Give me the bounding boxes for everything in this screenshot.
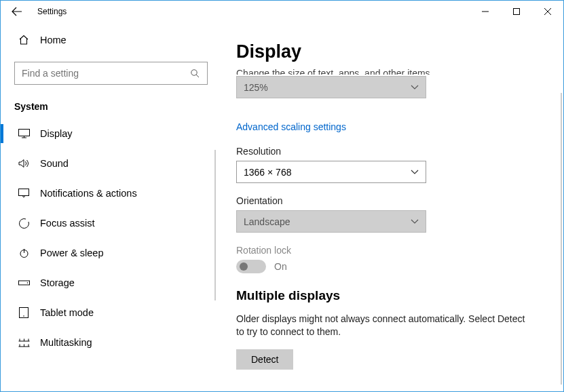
sidebar-item-label: Focus assist xyxy=(40,218,95,229)
home-label: Home xyxy=(40,35,67,45)
toggle-state: On xyxy=(274,261,287,272)
sidebar-item-label: Display xyxy=(40,128,73,139)
search-box[interactable] xyxy=(14,62,208,85)
content-scrollbar[interactable] xyxy=(561,93,562,385)
back-arrow-icon xyxy=(12,6,22,17)
rotation-lock-label: Rotation lock xyxy=(236,245,543,256)
svg-rect-2 xyxy=(18,130,29,136)
truncated-section-label: Change the size of text, apps, and other… xyxy=(236,69,543,75)
orientation-value: Landscape xyxy=(244,216,290,227)
sidebar-item-display[interactable]: Display xyxy=(1,119,221,149)
power-icon xyxy=(14,248,33,258)
chevron-down-icon xyxy=(411,85,419,90)
window-controls xyxy=(470,1,563,22)
page-title: Display xyxy=(236,41,543,62)
sound-icon xyxy=(14,159,33,168)
sidebar-item-tablet-mode[interactable]: Tablet mode xyxy=(1,298,221,328)
search-icon xyxy=(190,68,200,79)
sidebar-item-notifications[interactable]: Notifications & actions xyxy=(1,178,221,208)
display-icon xyxy=(14,129,33,138)
sidebar-item-focus-assist[interactable]: Focus assist xyxy=(1,208,221,238)
sidebar-item-sound[interactable]: Sound xyxy=(1,149,221,178)
maximize-icon xyxy=(513,8,520,15)
orientation-dropdown[interactable]: Landscape xyxy=(236,210,426,233)
toggle-track xyxy=(236,260,266,273)
storage-icon xyxy=(14,279,33,286)
focus-assist-icon xyxy=(14,218,33,229)
minimize-button[interactable] xyxy=(470,1,501,22)
content-pane: Display Change the size of text, apps, a… xyxy=(221,22,563,391)
advanced-scaling-link[interactable]: Advanced scaling settings xyxy=(236,121,346,132)
scale-dropdown[interactable]: 125% xyxy=(236,76,426,98)
multitasking-icon xyxy=(14,338,33,347)
multiple-displays-heading: Multiple displays xyxy=(236,288,543,303)
scale-value: 125% xyxy=(244,82,268,93)
sidebar: Home System Display Sound Notifications … xyxy=(1,22,221,391)
resolution-value: 1366 × 768 xyxy=(244,167,291,178)
sidebar-item-label: Multitasking xyxy=(40,337,92,348)
resolution-dropdown[interactable]: 1366 × 768 xyxy=(236,161,426,183)
svg-point-8 xyxy=(23,315,24,317)
sidebar-item-label: Storage xyxy=(40,277,75,288)
sidebar-item-label: Power & sleep xyxy=(40,248,104,258)
maximize-button[interactable] xyxy=(501,1,532,22)
home-nav[interactable]: Home xyxy=(1,28,221,52)
sidebar-item-label: Notifications & actions xyxy=(40,188,137,199)
sidebar-item-storage[interactable]: Storage xyxy=(1,268,221,298)
chevron-down-icon xyxy=(411,219,419,224)
orientation-label: Orientation xyxy=(236,195,543,206)
close-icon xyxy=(544,8,551,15)
svg-rect-0 xyxy=(514,9,520,15)
title-bar: Settings xyxy=(1,1,563,22)
sidebar-scrollbar[interactable] xyxy=(214,150,216,300)
minimize-icon xyxy=(482,8,489,15)
svg-point-6 xyxy=(26,282,28,283)
svg-point-1 xyxy=(191,69,197,75)
sidebar-item-multitasking[interactable]: Multitasking xyxy=(1,328,221,357)
search-input[interactable] xyxy=(22,68,190,79)
sidebar-item-power-sleep[interactable]: Power & sleep xyxy=(1,238,221,268)
chevron-down-icon xyxy=(411,170,419,175)
category-header: System xyxy=(1,97,221,119)
nav-list: Display Sound Notifications & actions Fo… xyxy=(1,119,221,357)
resolution-label: Resolution xyxy=(236,146,543,157)
sidebar-item-label: Tablet mode xyxy=(40,307,94,318)
notifications-icon xyxy=(14,189,33,198)
detect-button[interactable]: Detect xyxy=(236,349,293,370)
back-button[interactable] xyxy=(1,1,33,22)
tablet-icon xyxy=(14,307,33,318)
multiple-displays-text: Older displays might not always connect … xyxy=(236,313,528,338)
home-icon xyxy=(14,35,33,45)
sidebar-item-label: Sound xyxy=(40,158,69,169)
close-button[interactable] xyxy=(532,1,563,22)
rotation-lock-toggle[interactable]: On xyxy=(236,260,543,273)
svg-rect-3 xyxy=(19,189,29,196)
app-title: Settings xyxy=(37,7,67,16)
